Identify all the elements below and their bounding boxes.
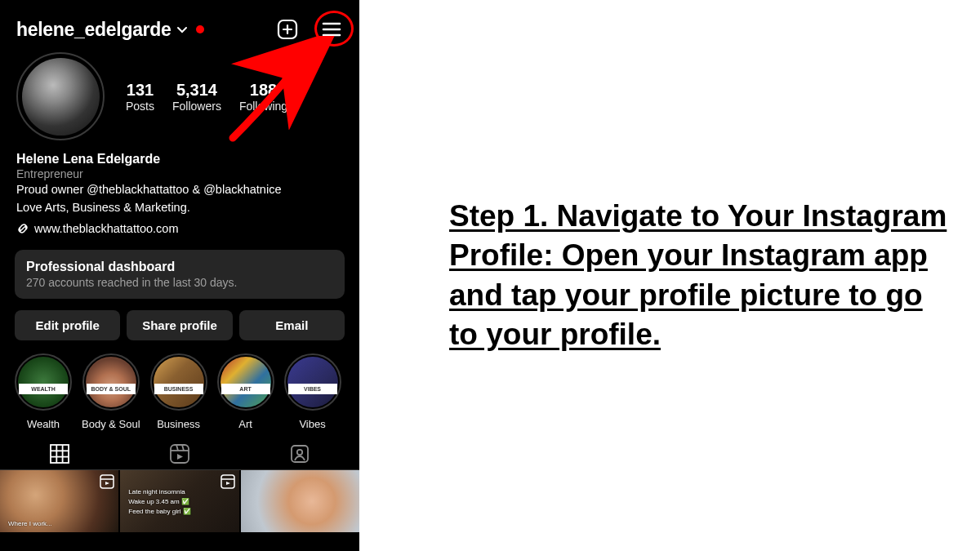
stat-followers-label: Followers	[172, 100, 221, 113]
instruction-panel: Step 1. Navigate to Your Instagram Profi…	[359, 0, 980, 551]
link-icon	[16, 222, 29, 235]
bio-link[interactable]: www.theblackhattattoo.com	[16, 222, 343, 235]
highlight-label: Wealth	[27, 418, 60, 430]
chevron-down-icon	[176, 24, 188, 35]
highlight-label: Business	[157, 418, 200, 430]
header-actions	[276, 18, 343, 41]
highlight-vibes[interactable]: VIBES Vibes	[284, 353, 341, 430]
profile-header: helene_edelgarde	[0, 0, 359, 52]
create-button[interactable]	[276, 18, 299, 41]
hamburger-menu-button[interactable]	[320, 18, 343, 41]
svg-rect-15	[292, 446, 308, 462]
stats-group: 131 Posts 5,314 Followers 188 Following	[126, 81, 343, 113]
tab-tagged[interactable]	[289, 443, 310, 464]
svg-point-16	[296, 450, 301, 455]
professional-dashboard[interactable]: Professional dashboard 270 accounts reac…	[15, 250, 345, 299]
svg-line-14	[182, 445, 184, 451]
profile-avatar[interactable]	[16, 52, 105, 140]
highlight-art[interactable]: ART Art	[217, 353, 274, 430]
reel-icon	[220, 474, 235, 489]
stat-posts-count: 131	[126, 81, 154, 100]
stat-following-count: 188	[239, 81, 287, 100]
post-text-line: Wake up 3.45 am ✅	[128, 498, 189, 505]
dashboard-title: Professional dashboard	[26, 260, 333, 274]
post-caption: Where I work...	[8, 520, 52, 527]
dashboard-subtitle: 270 accounts reached in the last 30 days…	[26, 276, 333, 289]
stat-following[interactable]: 188 Following	[239, 81, 287, 113]
svg-line-13	[176, 445, 178, 451]
stat-followers-count: 5,314	[172, 81, 221, 100]
notification-dot-icon	[196, 25, 204, 33]
svg-rect-6	[51, 445, 69, 463]
stat-followers[interactable]: 5,314 Followers	[172, 81, 221, 113]
profile-actions: Edit profile Share profile Email	[0, 307, 359, 349]
post-thumbnail[interactable]	[241, 470, 359, 532]
post-thumbnail[interactable]: Late night insomnia Wake up 3.45 am ✅ Fe…	[120, 470, 238, 532]
tab-grid[interactable]	[49, 443, 70, 464]
edit-profile-button[interactable]: Edit profile	[15, 310, 120, 340]
tab-reels[interactable]	[169, 443, 190, 464]
posts-grid: Where I work... Late night insomnia Wake…	[0, 470, 359, 532]
email-button[interactable]: Email	[239, 310, 345, 340]
stat-posts-label: Posts	[126, 100, 154, 113]
highlight-label: Vibes	[299, 418, 325, 430]
reel-icon	[100, 474, 114, 489]
post-thumbnail[interactable]: Where I work...	[0, 470, 118, 532]
username-label: helene_edelgarde	[16, 19, 172, 41]
post-text-line: Feed the baby girl ✅	[128, 508, 190, 515]
bio-line-2: Love Arts, Business & Marketing.	[16, 200, 343, 216]
story-highlights: WEALTH Wealth BODY & SOUL Body & Soul BU…	[0, 349, 359, 435]
svg-rect-11	[171, 445, 189, 463]
instagram-profile-screen: helene_edelgarde	[0, 0, 359, 551]
svg-rect-17	[100, 475, 114, 488]
highlight-label: Art	[238, 418, 252, 430]
bio-link-text: www.theblackhattattoo.com	[34, 222, 179, 235]
content-tabs	[0, 435, 359, 470]
bio-line-1: Proud owner @theblackhattattoo & @blackh…	[16, 182, 343, 198]
display-name: Helene Lena Edelgarde	[16, 152, 343, 167]
svg-rect-19	[221, 475, 234, 488]
username-selector[interactable]: helene_edelgarde	[16, 19, 204, 41]
highlight-body-soul[interactable]: BODY & SOUL Body & Soul	[82, 353, 140, 430]
bio-section: Helene Lena Edelgarde Entrepreneur Proud…	[0, 149, 359, 242]
instruction-heading: Step 1. Navigate to Your Instagram Profi…	[449, 197, 947, 353]
post-text-line: Late night insomnia	[128, 488, 185, 495]
stat-posts[interactable]: 131 Posts	[126, 81, 154, 113]
highlight-business[interactable]: BUSINESS Business	[150, 353, 207, 430]
profile-stats-row: 131 Posts 5,314 Followers 188 Following	[0, 52, 359, 149]
avatar-image	[22, 58, 100, 136]
account-category: Entrepreneur	[16, 167, 343, 180]
stat-following-label: Following	[239, 100, 287, 113]
highlight-wealth[interactable]: WEALTH Wealth	[15, 353, 72, 430]
highlight-label: Body & Soul	[82, 418, 140, 430]
share-profile-button[interactable]: Share profile	[127, 310, 232, 340]
